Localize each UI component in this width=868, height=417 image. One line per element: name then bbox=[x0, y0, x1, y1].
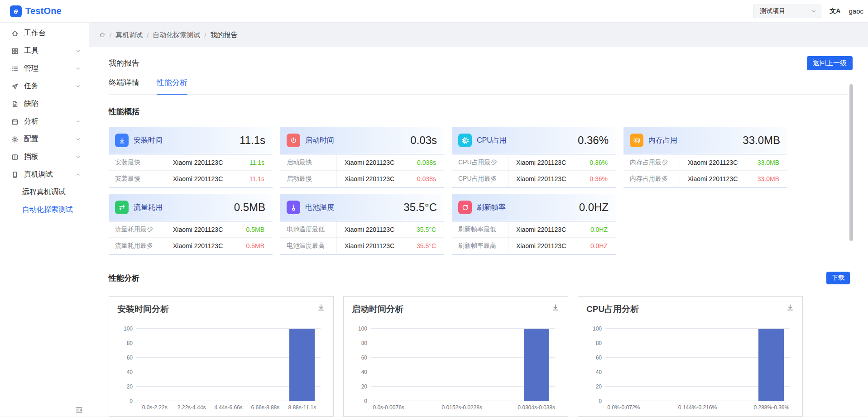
y-tick-label: 100 bbox=[586, 326, 602, 332]
breadcrumb-home-icon[interactable] bbox=[99, 32, 106, 38]
stat-label: 流量耗用最多 bbox=[109, 238, 165, 254]
breadcrumb-separator: / bbox=[110, 31, 111, 39]
sidebar-subitem-auto-explore-test[interactable]: 自动化探索测试 bbox=[0, 201, 89, 219]
breadcrumb-separator: / bbox=[147, 31, 149, 39]
metric-card-cpu-usage: CPU占用0.36%CPU占用最少Xiaomi 2201123C0.36%CPU… bbox=[452, 127, 616, 187]
x-tick-label: 0.0s-2.22s bbox=[136, 404, 173, 411]
y-tick-label: 60 bbox=[352, 355, 367, 361]
sidebar-item-analysis[interactable]: 分析 bbox=[0, 113, 89, 130]
user-name[interactable]: gaoc bbox=[849, 7, 863, 15]
stat-label: 刷新帧率最低 bbox=[452, 221, 508, 237]
chart-bar[interactable] bbox=[524, 329, 549, 401]
translate-icon[interactable]: 文A bbox=[830, 7, 840, 15]
project-select[interactable]: 测试项目 bbox=[753, 5, 821, 18]
memory-icon bbox=[630, 134, 643, 147]
y-tick-label: 0 bbox=[586, 398, 602, 404]
page-title: 我的报告 bbox=[109, 58, 139, 68]
metric-stat-row: 启动最慢Xiaomi 2201123C0.038s bbox=[280, 171, 444, 187]
x-tick-label: 8.88s-11.1s bbox=[284, 404, 321, 411]
x-tick-label: 0.0304s-0.038s bbox=[518, 404, 555, 411]
chevron-down-icon bbox=[76, 66, 81, 71]
traffic-icon bbox=[115, 201, 129, 214]
stat-device: Xiaomi 2201123C bbox=[508, 242, 590, 249]
metric-stat-row: 内存占用最多Xiaomi 2201123C33.0MB bbox=[623, 171, 787, 187]
y-tick-label: 20 bbox=[352, 383, 367, 390]
sidebar-item-baffle[interactable]: 挡板 bbox=[0, 148, 89, 166]
tab-terminal-detail[interactable]: 终端详情 bbox=[109, 77, 139, 94]
sidebar-item-manage[interactable]: 管理 bbox=[0, 60, 89, 77]
sidebar: 工作台工具管理任务缺陷分析配置挡板真机调试远程真机调试自动化探索测试 bbox=[0, 23, 89, 417]
chart-download-icon[interactable] bbox=[551, 303, 560, 312]
stat-value: 0.0HZ bbox=[590, 226, 616, 233]
stat-label: 流量耗用最少 bbox=[109, 221, 165, 237]
download-button[interactable]: 下载 bbox=[826, 272, 850, 284]
sidebar-item-tools[interactable]: 工具 bbox=[0, 42, 89, 60]
stat-value: 33.0MB bbox=[758, 159, 787, 166]
stat-device: Xiaomi 2201123C bbox=[337, 175, 417, 182]
config-gear-icon bbox=[11, 136, 19, 143]
metric-value: 0.0HZ bbox=[579, 201, 609, 214]
sidebar-item-config[interactable]: 配置 bbox=[0, 130, 89, 148]
section-title-performance-summary: 性能概括 bbox=[109, 106, 868, 117]
y-tick-label: 40 bbox=[352, 369, 367, 375]
x-tick-label bbox=[717, 404, 753, 411]
stat-value: 35.5°C bbox=[417, 226, 444, 233]
metric-card-battery-temp: 电池温度35.5°C电池温度最低Xiaomi 2201123C35.5°C电池温… bbox=[280, 194, 444, 254]
project-select-value: 测试项目 bbox=[760, 7, 785, 15]
brand[interactable]: e TestOne bbox=[10, 5, 62, 17]
manage-list-icon bbox=[11, 65, 19, 72]
metric-stat-row: CPU占用最多Xiaomi 2201123C0.36% bbox=[452, 171, 616, 187]
y-tick-label: 80 bbox=[352, 340, 367, 346]
stat-label: 电池温度最高 bbox=[280, 238, 337, 254]
sidebar-item-device-debug[interactable]: 真机调试 bbox=[0, 166, 89, 183]
chevron-down-icon bbox=[76, 48, 81, 53]
chevron-down-icon bbox=[811, 9, 816, 14]
metric-title: CPU占用 bbox=[477, 136, 507, 145]
metric-stat-row: 刷新帧率最高Xiaomi 2201123C0.0HZ bbox=[452, 238, 616, 254]
x-tick-label: 6.66s-8.88s bbox=[247, 404, 283, 411]
breadcrumb-item[interactable]: 自动化探索测试 bbox=[153, 31, 200, 39]
sidebar-item-defects[interactable]: 缺陷 bbox=[0, 95, 89, 113]
sidebar-item-label: 挡板 bbox=[24, 152, 38, 162]
chart-download-icon[interactable] bbox=[317, 303, 325, 312]
y-tick-label: 40 bbox=[117, 369, 133, 375]
metric-title: 启动时间 bbox=[305, 136, 334, 145]
chart-bar[interactable] bbox=[758, 329, 784, 401]
stat-value: 0.5MB bbox=[246, 226, 273, 233]
y-tick-label: 80 bbox=[586, 340, 602, 346]
download-icon bbox=[115, 134, 129, 147]
chart-bar[interactable] bbox=[289, 329, 315, 401]
sidebar-subitem-remote-device-debug[interactable]: 远程真机调试 bbox=[0, 183, 89, 201]
scrollbar-thumb[interactable] bbox=[849, 84, 853, 241]
metric-stat-row: CPU占用最少Xiaomi 2201123C0.36% bbox=[452, 154, 616, 171]
sidebar-item-workbench[interactable]: 工作台 bbox=[0, 24, 89, 42]
chart-title: CPU占用分析 bbox=[586, 303, 639, 315]
breadcrumb-item[interactable]: 真机调试 bbox=[115, 31, 143, 39]
x-tick-label: 4.44s-6.66s bbox=[210, 404, 247, 411]
back-button[interactable]: 返回上一级 bbox=[807, 56, 853, 70]
chart-download-icon[interactable] bbox=[786, 303, 794, 312]
metric-card-startup-time: 启动时间0.03s启动最快Xiaomi 2201123C0.038s启动最慢Xi… bbox=[280, 127, 444, 187]
sidebar-item-tasks[interactable]: 任务 bbox=[0, 77, 89, 95]
stat-label: 安装最快 bbox=[109, 154, 165, 170]
metric-title: 刷新帧率 bbox=[477, 203, 506, 212]
collapse-sidebar-icon[interactable] bbox=[75, 406, 83, 414]
stat-label: 启动最快 bbox=[280, 154, 337, 170]
metric-title: 流量耗用 bbox=[134, 203, 163, 212]
stat-device: Xiaomi 2201123C bbox=[680, 159, 758, 166]
y-tick-label: 20 bbox=[117, 383, 133, 390]
chart-card: CPU占用分析0204060801000.0%-0.072%0.144%-0.2… bbox=[578, 296, 803, 417]
tab-performance-analysis[interactable]: 性能分析 bbox=[157, 77, 187, 95]
home-icon bbox=[11, 30, 19, 37]
tools-grid-icon bbox=[11, 48, 19, 55]
stat-label: 内存占用最少 bbox=[623, 154, 680, 170]
chevron-up-icon bbox=[76, 172, 81, 177]
thermometer-icon bbox=[287, 201, 300, 214]
chart-grid: 安装时间分析0204060801000.0s-2.22s2.22s-4.44s4… bbox=[109, 296, 868, 417]
stat-label: 电池温度最低 bbox=[280, 221, 337, 237]
breadcrumb-item[interactable]: 我的报告 bbox=[211, 31, 238, 39]
refresh-icon bbox=[458, 201, 472, 214]
baffle-panel-icon bbox=[11, 153, 19, 161]
x-axis-labels: 0.0s-2.22s2.22s-4.44s4.44s-6.66s6.66s-8.… bbox=[136, 404, 321, 411]
metric-stat-row: 启动最快Xiaomi 2201123C0.038s bbox=[280, 154, 444, 171]
